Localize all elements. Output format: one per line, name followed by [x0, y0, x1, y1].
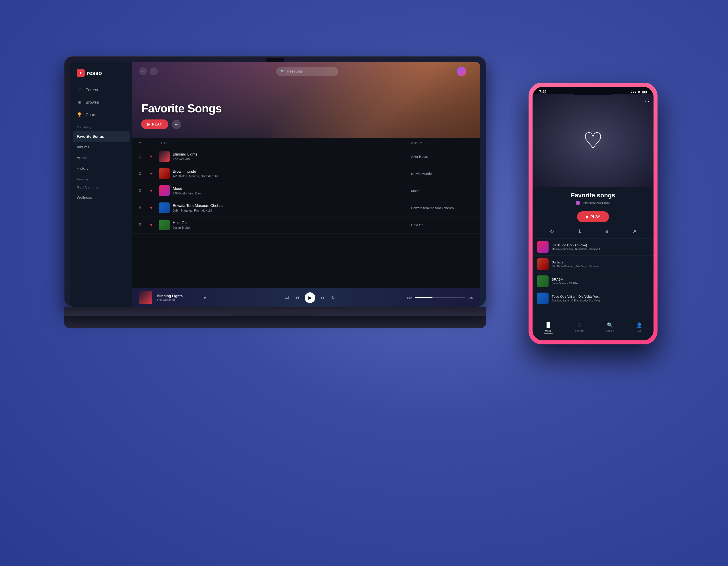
hero-content: Favorite Songs ▶ PLAY ··· [141, 102, 222, 129]
player-artist: The Weekend [157, 298, 197, 302]
user-avatar[interactable] [457, 67, 466, 76]
phone-song-thumb [537, 241, 549, 253]
phone-list-item[interactable]: Tudo Que Vai um Dia Volta (Ao... Gusttav… [533, 290, 654, 307]
main-content: ‹ › 🔍 ··· [132, 62, 480, 307]
signal-icon: ●●● [631, 90, 636, 94]
phone-list-item[interactable]: Eu Sei de Cor (Ao Vivo) Marília Mendonça… [533, 238, 654, 255]
wifi-icon: ≋ [638, 90, 640, 94]
song-row[interactable]: 4 ♥ Bewafa Tera Masoom Chehra Jubin Naut… [132, 199, 480, 216]
repeat-button[interactable]: ↻ [331, 295, 335, 301]
heart-filled-icon[interactable]: ♥ [150, 171, 159, 176]
phone-song-details: BRABA Luísa Sonza · BRABA [552, 277, 642, 285]
progress-bar[interactable] [415, 297, 465, 298]
artists-label: Artists [77, 156, 87, 160]
more-options-icon[interactable]: ··· [470, 69, 473, 74]
hero-play-button[interactable]: ▶ PLAY [141, 119, 168, 129]
my-library-label: My Library [70, 121, 132, 131]
phone-equalizer-icon[interactable]: ≡ [605, 228, 609, 235]
song-row[interactable]: 1 ♥ Blinding Lights The weeknd [132, 148, 480, 165]
heart-filled-icon[interactable]: ♥ [150, 154, 159, 159]
sidebar-item-albums[interactable]: Albums [70, 142, 132, 153]
phone-download-icon[interactable]: ⬇ [577, 228, 582, 235]
phone-song-thumb [537, 258, 549, 270]
phone-list-item[interactable]: BRABA Luísa Sonza · BRABA ⋮ [533, 273, 654, 290]
phone-play-button[interactable]: ▶ PLAY [577, 211, 609, 222]
playlist-wellness[interactable]: Wellness [70, 193, 132, 202]
phone-notch [571, 87, 615, 95]
song-name: Bewafa Tera Masoom Chehra [173, 203, 223, 208]
play-pause-button[interactable]: ▶ [305, 293, 315, 303]
heart-filled-icon[interactable]: ♥ [150, 188, 159, 193]
phone-nav-search[interactable]: 🔍 Search [606, 323, 614, 334]
phone-song-more-icon[interactable]: ⋮ [645, 279, 649, 284]
player-bar: Blinding Lights The Weekend ♥ ··· ⇄ ⏮ [132, 288, 480, 307]
hero-more-button[interactable]: ··· [172, 120, 181, 129]
favorite-section-label: Favorite [70, 174, 132, 183]
phone-list-item[interactable]: Surtada Olk, Dadá Boladão, Tati Zaqui · … [533, 255, 654, 273]
sidebar-item-artists[interactable]: Artists [70, 153, 132, 163]
sidebar-item-for-you[interactable]: ♡ For You [70, 84, 132, 96]
phone-playlist-title: Favorite songs [538, 192, 648, 199]
laptop: r resso ♡ For You ⊞ Browse [64, 56, 486, 329]
laptop-screen: r resso ♡ For You ⊞ Browse [70, 62, 480, 307]
phone-song-meta: Gusttavo Lima · O Embaixador (Ao Vivo) [552, 299, 642, 302]
song-number: 3 [139, 189, 150, 193]
song-row[interactable]: 3 ♥ Mood 24KGoldn, Iann Dior [132, 182, 480, 199]
phone-hero-heart-icon: ♡ [583, 129, 603, 152]
song-name: Brown munde [173, 169, 218, 174]
sidebar-item-browse[interactable]: ⊞ Browse [70, 96, 132, 109]
phone-song-meta: Marília Mendonça · Realidade - Ao Vivo E… [552, 247, 642, 251]
forward-button[interactable]: › [150, 67, 158, 75]
phone-action-icons: ↻ ⬇ ≡ ↗ [533, 225, 654, 238]
phone-heart-icon: ♡ [577, 323, 582, 328]
shuffle-button[interactable]: ⇄ [285, 295, 289, 301]
app-header: ‹ › 🔍 ··· [132, 62, 480, 80]
favorite-songs-label: Favorite Songs [77, 134, 104, 139]
col-title: Title [159, 141, 411, 145]
song-number: 1 [139, 154, 150, 158]
player-thumbnail [139, 291, 152, 305]
phone-more-icon[interactable]: ··· [645, 98, 649, 104]
phone-repeat-icon[interactable]: ↻ [550, 228, 554, 235]
phone-song-more-icon[interactable]: ⋮ [645, 261, 649, 266]
search-input[interactable] [287, 69, 334, 73]
phone-nav-for-you[interactable]: ♡ For You [575, 323, 584, 334]
phone-hero: ♡ ··· [533, 94, 654, 187]
song-artist: Jubin Nautiyal, Rochak Kohli [173, 209, 223, 212]
song-name: Hold On [173, 221, 191, 225]
playlist-rap-national[interactable]: Rap National [70, 183, 132, 193]
sidebar-item-charts[interactable]: 🏆 Charts [70, 109, 132, 121]
nav-label-browse: Browse [86, 100, 99, 105]
heart-filled-icon[interactable]: ♥ [150, 205, 159, 210]
phone-song-name: BRABA [552, 277, 642, 281]
sidebar-item-favorite-songs[interactable]: Favorite Songs [73, 131, 130, 142]
song-name: Blinding Lights [173, 152, 197, 157]
phone-nav-music[interactable]: ▐▌ Music [544, 323, 553, 334]
laptop-base [64, 307, 486, 316]
player-song-info: Blinding Lights The Weekend [157, 294, 197, 302]
player-more-button[interactable]: ··· [210, 295, 213, 301]
next-button[interactable]: ⏭ [321, 295, 326, 301]
search-bar[interactable]: 🔍 [276, 67, 338, 76]
song-info: Mood 24KGoldn, Iann Dior [159, 185, 411, 196]
player-like-button[interactable]: ♥ [203, 295, 206, 301]
song-row[interactable]: 5 ♥ Hold On Justin Bieber [132, 216, 480, 233]
song-row[interactable]: 2 ♥ Brown munde AP Dhillon, Gminxr, Guri… [132, 165, 480, 182]
phone-share-icon[interactable]: ↗ [632, 228, 636, 235]
phone-song-more-icon[interactable]: ⋮ [645, 296, 649, 301]
sidebar-item-history[interactable]: History [70, 163, 132, 174]
prev-button[interactable]: ⏮ [294, 295, 299, 301]
app-layout: r resso ♡ For You ⊞ Browse [70, 62, 480, 307]
phone-song-details: Surtada Olk, Dadá Boladão, Tati Zaqui · … [552, 260, 642, 268]
song-thumbnail [159, 202, 170, 213]
logo-icon: r [77, 69, 85, 77]
current-time: 1:05 [407, 296, 412, 300]
app-name: resso [87, 70, 102, 76]
total-time: 3:07 [468, 296, 473, 300]
song-album: Brown Munde [411, 172, 473, 175]
header-right: ··· [457, 67, 473, 76]
phone-nav-me[interactable]: 👤 Me [636, 323, 642, 334]
heart-filled-icon[interactable]: ♥ [150, 223, 159, 227]
phone-song-more-icon[interactable]: ⋮ [645, 244, 649, 249]
back-button[interactable]: ‹ [139, 67, 147, 75]
